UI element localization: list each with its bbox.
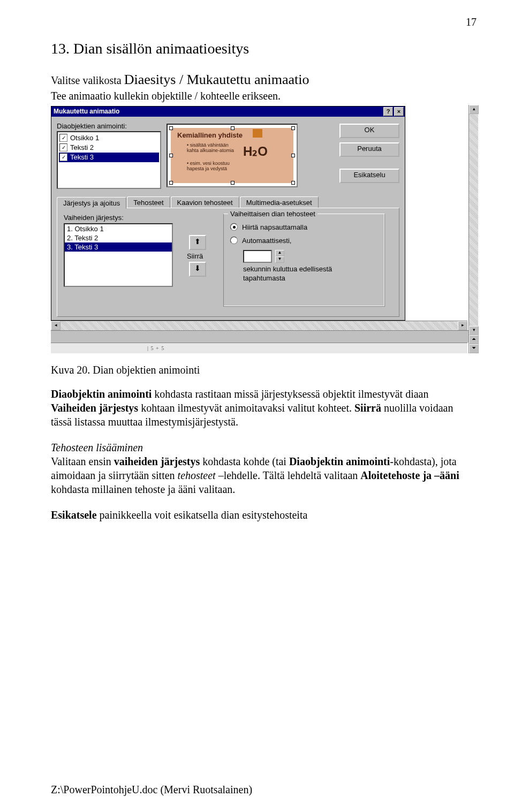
spin-down-icon[interactable]: ▼ — [275, 256, 284, 263]
list-item-label: Teksti 3 — [70, 153, 94, 161]
prev-slide-icon[interactable]: ⏶ — [469, 335, 479, 344]
animate-objects-block: Diaobjektien animointi: ✓ Otsikko 1 ✓ Te… — [57, 122, 161, 189]
horizontal-scrollbar[interactable]: ◂ ▸ — [51, 321, 467, 330]
tabs: Järjestys ja ajoitus Tehosteet Kaavion t… — [57, 196, 399, 208]
selection-handle-icon — [231, 181, 235, 185]
delay-row: ▲ ▼ — [243, 250, 384, 263]
move-controls: ⬆ Siirrä ⬇ — [182, 235, 214, 279]
page-number: 17 — [466, 16, 477, 28]
slide-formula: H₂O — [243, 144, 268, 159]
ok-button[interactable]: OK — [339, 124, 399, 138]
radio-on-click[interactable]: Hiirtä napsauttamalla — [230, 223, 384, 231]
strong: Diaobjektin animointi — [51, 388, 152, 400]
text: kohdasta kohde (tai — [200, 456, 289, 467]
close-button[interactable]: × — [394, 107, 404, 116]
dialog-title: Mukautettu animaatio — [54, 108, 382, 115]
strong: Diaobjektin animointi — [289, 456, 390, 467]
toolbar-button[interactable] — [52, 331, 64, 342]
strong: Esikatsele — [51, 509, 97, 521]
scroll-track[interactable] — [61, 321, 458, 330]
list-item-label: Otsikko 1 — [70, 134, 99, 142]
titlebar[interactable]: Mukautettu animaatio ? × — [51, 107, 405, 117]
toolbar-button[interactable] — [64, 331, 76, 342]
list-item[interactable]: ✓ Teksti 2 — [59, 143, 159, 153]
tab-chart-effects[interactable]: Kaavion tehosteet — [171, 196, 239, 208]
list-item[interactable]: 2. Teksti 2 — [65, 233, 172, 242]
checkbox-icon[interactable]: ✓ — [59, 134, 67, 142]
strong: Siirrä — [354, 402, 381, 414]
strong: vaiheiden järjestys — [114, 456, 200, 467]
move-up-button[interactable]: ⬆ — [189, 235, 206, 250]
next-slide-icon[interactable]: ⏷ — [469, 344, 479, 353]
cancel-button[interactable]: Peruuta — [339, 142, 399, 157]
seconds-spinner[interactable]: ▲ ▼ — [275, 250, 283, 263]
help-button[interactable]: ? — [383, 107, 393, 116]
intro-line2: Tee animaatio kullekin objektille / koht… — [51, 90, 281, 102]
preview-button[interactable]: Esikatselu — [339, 169, 399, 183]
intro-menu-path: Diaesitys / Mukautettu animaatio — [124, 72, 309, 87]
scroll-up-icon[interactable]: ▴ — [469, 105, 479, 114]
order-list[interactable]: 1. Otsikko 1 2. Teksti 2 3. Teksti 3 — [64, 223, 173, 287]
seconds-after-label: sekunnin kuluttua edellisestä — [243, 265, 384, 273]
list-item-label: Teksti 2 — [70, 143, 94, 151]
slide-bullet-2: • esim. vesi koostuu hapesta ja vedystä — [187, 161, 246, 172]
tab-panel: Vaiheiden järjestys: 1. Otsikko 1 2. Tek… — [57, 208, 399, 317]
separator — [114, 332, 116, 342]
document-page: 17 13. Dian sisällön animaatioesitys Val… — [0, 0, 514, 812]
scroll-left-icon[interactable]: ◂ — [51, 321, 61, 330]
vertical-scrollbar[interactable]: ▴ ▾ ⏶ ⏷ — [468, 105, 478, 353]
dialog-action-buttons: OK Peruuta Esikatselu — [339, 124, 399, 189]
checkbox-icon[interactable]: ✓ — [59, 153, 67, 161]
text: kohtaan ilmestyvät animoitavaksi valitut… — [138, 402, 354, 414]
checkbox-icon[interactable]: ✓ — [59, 143, 67, 151]
strong: Aloitetehoste ja –ääni — [360, 469, 459, 481]
slide-title: Kemiallinen yhdiste — [177, 131, 243, 139]
list-item[interactable]: ✓ Teksti 3 — [59, 153, 159, 162]
selection-handle-icon — [291, 181, 295, 185]
slide-thumbnail: Kemiallinen yhdiste • sisältää vähintään… — [171, 128, 293, 183]
scroll-right-icon[interactable]: ▸ — [458, 321, 467, 330]
tab-effects[interactable]: Tehosteet — [127, 196, 170, 208]
toolbar-button[interactable] — [77, 331, 88, 342]
scroll-down-icon[interactable]: ▾ — [469, 326, 479, 335]
move-down-button[interactable]: ⬇ — [189, 262, 206, 277]
intro-text: Valitse valikosta — [51, 74, 124, 86]
selection-handle-icon — [291, 154, 295, 157]
seconds-input[interactable] — [243, 250, 272, 263]
radio-icon[interactable] — [230, 237, 238, 244]
list-item[interactable]: ✓ Otsikko 1 — [59, 133, 159, 143]
list-item[interactable]: 3. Teksti 3 — [65, 242, 172, 252]
paragraph-esikatsele: Esikatsele painikkeella voit esikatsella… — [51, 508, 471, 522]
text: Valitaan ensin — [51, 456, 114, 467]
selection-handle-icon — [169, 181, 173, 185]
timing-group: Vaiheittaisen dian tehosteet Hiirtä naps… — [223, 214, 385, 307]
selection-handle-icon — [169, 126, 173, 130]
preview-box: Kemiallinen yhdiste • sisältää vähintään… — [167, 124, 298, 187]
screenshot: Mukautettu animaatio ? × Diaobjektien an… — [51, 105, 471, 353]
animation-dialog: Mukautettu animaatio ? × Diaobjektien an… — [51, 106, 405, 321]
selection-handle-icon — [169, 154, 173, 157]
text: kohdasta millainen tehoste ja ääni valit… — [51, 483, 235, 495]
radio-label: Automaattisesti, — [242, 237, 292, 245]
scroll-track[interactable] — [469, 114, 478, 326]
paragraph-tehosteet: Tehosteen lisääminen Valitaan ensin vaih… — [51, 441, 471, 496]
animate-objects-list[interactable]: ✓ Otsikko 1 ✓ Teksti 2 ✓ Teksti 3 — [57, 131, 161, 189]
tab-multimedia[interactable]: Multimedia-asetukset — [240, 196, 319, 208]
leaf-icon — [253, 129, 262, 138]
emphasis: tehosteet — [178, 469, 216, 481]
spin-up-icon[interactable]: ▲ — [275, 250, 284, 256]
selection-handle-icon — [231, 126, 235, 130]
toolbar-button[interactable] — [89, 331, 101, 342]
text: painikkeella voit esikatsella dian esity… — [97, 509, 308, 521]
toolbar-button[interactable] — [101, 331, 113, 342]
list-item[interactable]: 1. Otsikko 1 — [65, 224, 172, 233]
move-label: Siirrä — [187, 252, 214, 260]
paragraph-animointi: Diaobjektin animointi kohdasta rastitaan… — [51, 387, 471, 429]
subheading-italic: Tehosteen lisääminen — [51, 442, 143, 453]
seconds-after-label-2: tapahtumasta — [243, 274, 384, 282]
radio-icon[interactable] — [230, 223, 238, 231]
tab-order-timing[interactable]: Järjestys ja ajoitus — [57, 197, 126, 209]
radio-automatically[interactable]: Automaattisesti, — [230, 237, 384, 245]
text: kohdasta rastitaan missä järjestyksessä … — [152, 388, 428, 400]
section-heading: 13. Dian sisällön animaatioesitys — [51, 40, 471, 57]
